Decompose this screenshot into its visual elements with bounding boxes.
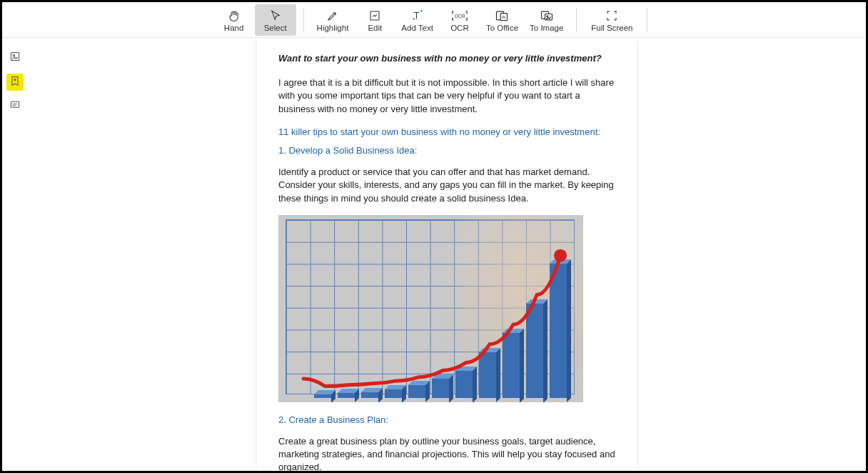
office-icon: W xyxy=(495,9,509,23)
hand-tool-label: Hand xyxy=(224,24,244,32)
chart-bar xyxy=(526,299,543,394)
comments-panel-button[interactable] xyxy=(6,98,24,115)
chart-bar xyxy=(314,390,331,394)
thumbnails-icon xyxy=(9,51,21,65)
bookmark-plus-icon xyxy=(9,75,21,89)
svg-text:OCR: OCR xyxy=(454,14,465,19)
full-screen-button[interactable]: Full Screen xyxy=(584,4,640,36)
tip-2-heading: 2. Create a Business Plan: xyxy=(278,414,615,427)
add-text-icon xyxy=(411,9,424,23)
chart-bar xyxy=(503,329,520,394)
full-screen-label: Full Screen xyxy=(591,24,632,32)
chart-bar xyxy=(361,388,378,394)
toolbar-group-view: Full Screen xyxy=(584,2,640,37)
hand-icon xyxy=(228,9,241,23)
chart-bar xyxy=(385,385,402,394)
to-image-label: To Image xyxy=(530,24,563,32)
to-office-button[interactable]: W To Office xyxy=(480,4,524,36)
image-icon xyxy=(540,9,554,23)
toolbar-separator xyxy=(576,8,577,32)
tip-1-heading: 1. Develop a Solid Business Idea: xyxy=(278,144,615,157)
chart-bar xyxy=(432,374,449,394)
chart-bar xyxy=(408,381,425,394)
chart-bar xyxy=(479,348,496,394)
edit-icon xyxy=(368,9,381,23)
add-text-button[interactable]: Add Text xyxy=(395,4,439,36)
select-tool-label: Select xyxy=(264,24,287,32)
pdf-editor-window: Hand Select Highlight Edit xyxy=(0,0,868,473)
left-sidebar xyxy=(2,38,28,471)
chart-bar xyxy=(338,389,355,394)
to-image-button[interactable]: To Image xyxy=(524,4,569,36)
body-area: Want to start your own business with no … xyxy=(2,38,866,471)
doc-main-heading: Want to start your own business with no … xyxy=(278,52,615,65)
ocr-label: OCR xyxy=(450,24,469,32)
edit-tool-label: Edit xyxy=(368,24,382,32)
main-toolbar: Hand Select Highlight Edit xyxy=(2,2,866,38)
to-office-label: To Office xyxy=(486,24,518,32)
svg-text:W: W xyxy=(503,15,506,19)
hand-tool-button[interactable]: Hand xyxy=(213,4,255,36)
document-viewport[interactable]: Want to start your own business with no … xyxy=(28,38,866,471)
chart-bar xyxy=(550,259,567,394)
ocr-icon: OCR xyxy=(452,9,468,23)
doc-subtitle-link: 11 killer tips to start your own busines… xyxy=(278,126,615,139)
comment-icon xyxy=(9,99,21,114)
select-tool-button[interactable]: Select xyxy=(255,4,296,36)
chart-bar xyxy=(455,367,473,394)
add-text-label: Add Text xyxy=(401,24,433,32)
tip-2-body: Create a great business plan by outline … xyxy=(278,435,615,471)
toolbar-separator xyxy=(303,8,304,32)
svg-rect-10 xyxy=(11,101,19,107)
doc-intro-paragraph: I agree that it is a bit difficult but i… xyxy=(278,76,615,116)
cursor-icon xyxy=(269,9,282,23)
growth-chart-image xyxy=(278,215,583,402)
thumbnails-panel-button[interactable] xyxy=(6,49,24,66)
chart-bars-container xyxy=(286,219,575,394)
document-page: Want to start your own business with no … xyxy=(257,38,637,471)
ocr-button[interactable]: OCR OCR xyxy=(439,4,480,36)
toolbar-separator xyxy=(647,8,647,32)
svg-point-9 xyxy=(13,54,14,56)
highlight-tool-button[interactable]: Highlight xyxy=(311,4,355,36)
toolbar-group-edit: Highlight Edit Add Text OCR OCR xyxy=(311,2,570,37)
highlight-icon xyxy=(326,9,339,23)
bookmarks-panel-button[interactable] xyxy=(6,74,24,91)
toolbar-group-nav: Hand Select xyxy=(213,2,296,37)
fullscreen-icon xyxy=(605,9,618,23)
tip-1-body: Identify a product or service that you c… xyxy=(278,166,615,205)
edit-tool-button[interactable]: Edit xyxy=(354,4,395,36)
highlight-tool-label: Highlight xyxy=(317,24,349,32)
